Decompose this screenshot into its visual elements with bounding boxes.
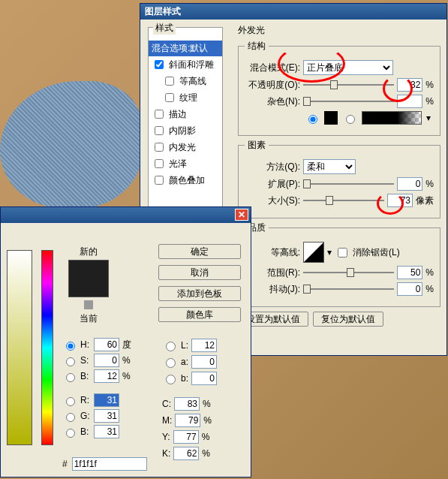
jitter-label: 抖动(J):: [245, 283, 300, 296]
layer-style-titlebar[interactable]: 图层样式: [140, 4, 446, 20]
color-radio[interactable]: [308, 115, 317, 124]
h-label: H:: [80, 339, 91, 350]
lb-radio[interactable]: [166, 375, 176, 384]
bv-radio[interactable]: [66, 373, 75, 382]
contour-checkbox[interactable]: [165, 77, 174, 86]
noise-input[interactable]: [397, 95, 422, 108]
colorpicker-titlebar[interactable]: [1, 207, 251, 223]
reset-default-button[interactable]: 复位为默认值: [313, 312, 383, 327]
opacity-input[interactable]: [397, 78, 422, 92]
structure-fieldset: 结构 混合模式(E): 正片叠底 不透明度(O): % 杂色(N): %: [238, 40, 440, 136]
size-label: 大小(S):: [245, 194, 300, 207]
styles-group-label: 样式: [153, 22, 176, 35]
unit-deg: 度: [122, 339, 133, 351]
glow-color-swatch[interactable]: [324, 111, 338, 125]
size-slider[interactable]: [303, 195, 384, 206]
s-label: S:: [80, 355, 91, 366]
r-input[interactable]: [94, 393, 119, 407]
style-item-satin[interactable]: 光泽: [149, 155, 222, 172]
style-item-stroke[interactable]: 描边: [149, 106, 222, 122]
s-radio[interactable]: [66, 357, 75, 366]
style-item-contour[interactable]: 等高线: [149, 73, 222, 89]
bevel-checkbox[interactable]: [155, 60, 164, 69]
jitter-input[interactable]: [397, 282, 422, 296]
a-input[interactable]: [191, 355, 217, 369]
coloroverlay-checkbox[interactable]: [155, 176, 164, 185]
bv-label: B:: [80, 371, 91, 381]
gradient-radio[interactable]: [346, 115, 355, 124]
g-input[interactable]: [94, 409, 119, 423]
texture-checkbox[interactable]: [165, 93, 174, 102]
satin-checkbox[interactable]: [155, 159, 164, 168]
hue-strip[interactable]: [41, 250, 53, 445]
ok-button[interactable]: 确定: [158, 244, 241, 259]
pct-label: %: [425, 179, 434, 189]
style-item-innerglow[interactable]: 内发光: [149, 139, 222, 155]
spread-input[interactable]: [397, 177, 422, 191]
elements-fieldset: 图素 方法(Q): 柔和 扩展(P): % 大小(S): 像素: [238, 139, 440, 218]
blendmode-select[interactable]: 正片叠底: [303, 60, 393, 75]
c-label: C:: [162, 399, 171, 409]
stroke-checkbox[interactable]: [155, 110, 164, 119]
method-select[interactable]: 柔和: [303, 159, 356, 174]
range-input[interactable]: [397, 266, 422, 279]
r-label: R:: [80, 395, 91, 405]
y-input[interactable]: [173, 430, 199, 444]
range-label: 范围(R):: [245, 267, 300, 279]
style-label: 纹理: [179, 92, 197, 104]
style-label: 内阴影: [169, 125, 196, 137]
h-radio[interactable]: [66, 342, 75, 351]
spread-label: 扩展(P):: [245, 178, 300, 191]
glow-gradient-swatch[interactable]: [362, 111, 422, 125]
cancel-button[interactable]: 取消: [158, 265, 241, 280]
m-input[interactable]: [175, 414, 200, 427]
a-radio[interactable]: [166, 358, 176, 368]
y-label: Y:: [162, 432, 170, 442]
b-label: B:: [80, 426, 91, 437]
cube-icon[interactable]: [84, 300, 93, 309]
bv-input[interactable]: [94, 369, 119, 383]
innerglow-checkbox[interactable]: [155, 143, 164, 152]
close-icon[interactable]: ✕: [235, 209, 248, 221]
chevron-down-icon[interactable]: ▾: [426, 113, 431, 123]
spread-slider[interactable]: [303, 179, 394, 189]
r-radio[interactable]: [66, 397, 75, 406]
h-input[interactable]: [94, 338, 119, 351]
chevron-down-icon[interactable]: ▾: [327, 247, 332, 258]
size-input[interactable]: [387, 194, 413, 207]
style-item-bevel[interactable]: 斜面和浮雕: [149, 56, 222, 73]
color-picker-dialog: ✕ 新的 当前 确定 取消 添加到色板 颜色库 H:度 S:% B:% R: G…: [0, 206, 251, 477]
color-libraries-button[interactable]: 颜色库: [158, 307, 241, 322]
range-slider[interactable]: [303, 267, 394, 278]
l-radio[interactable]: [166, 342, 176, 351]
g-radio[interactable]: [66, 413, 75, 422]
b-input[interactable]: [94, 425, 119, 438]
c-input[interactable]: [174, 397, 200, 411]
m-label: M:: [162, 415, 172, 426]
style-item-innershadow[interactable]: 内阴影: [149, 122, 222, 139]
l-input[interactable]: [191, 339, 217, 352]
blend-options-row[interactable]: 混合选项:默认: [149, 41, 222, 56]
style-item-coloroverlay[interactable]: 颜色叠加: [149, 172, 222, 188]
antialias-checkbox[interactable]: [338, 248, 347, 258]
innershadow-checkbox[interactable]: [155, 126, 164, 135]
add-swatch-button[interactable]: 添加到色板: [158, 286, 241, 301]
hex-input[interactable]: [72, 457, 147, 471]
lb-input[interactable]: [191, 372, 217, 385]
elements-legend: 图素: [245, 139, 269, 152]
jitter-slider[interactable]: [303, 284, 394, 294]
style-label: 颜色叠加: [169, 174, 205, 187]
lb-label: b:: [181, 373, 188, 384]
px-label: 像素: [416, 194, 434, 207]
opacity-slider[interactable]: [303, 80, 394, 90]
noise-slider[interactable]: [303, 96, 394, 107]
contour-swatch[interactable]: [303, 242, 324, 263]
pct-label: %: [425, 80, 434, 90]
style-item-texture[interactable]: 纹理: [149, 89, 222, 106]
unit-pct: %: [122, 355, 133, 366]
k-input[interactable]: [173, 447, 199, 460]
s-input[interactable]: [94, 354, 119, 367]
saturation-value-field[interactable]: [7, 250, 32, 445]
b-radio[interactable]: [66, 429, 75, 438]
unit-pct: %: [202, 432, 210, 442]
